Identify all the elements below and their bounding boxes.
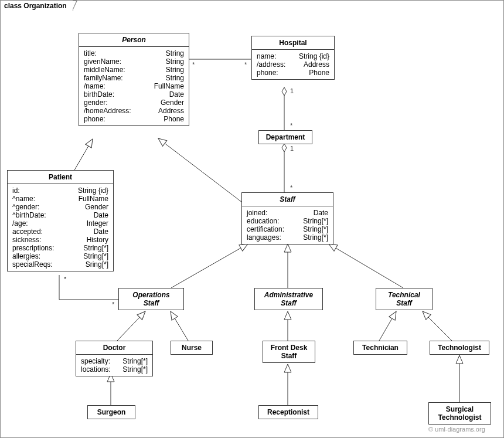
class-hospital-attrs: name:String {id} /address:Address phone:… [252,50,334,79]
class-patient-name: Patient [8,171,113,184]
class-technical-staff-name: Technical Staff [376,288,432,310]
class-nurse: Nurse [171,341,213,355]
class-surgical-technologist: Surgical Technologist [428,402,491,425]
class-operations-staff-name: Operations Staff [119,288,183,310]
class-surgeon: Surgeon [87,405,135,419]
class-staff-attrs: joined:Date education:String[*] certific… [242,206,333,244]
watermark: © uml-diagrams.org [428,426,485,433]
class-person: Person title:String givenName:String mid… [79,33,189,126]
mult-person-side: * [192,61,195,68]
class-receptionist-name: Receptionist [259,406,318,419]
mult-patient-side: * [64,276,67,283]
class-surgical-technologist-name: Surgical Technologist [429,403,491,424]
class-hospital: Hospital name:String {id} /address:Addre… [251,36,335,80]
class-staff: Staff joined:Date education:String[*] ce… [241,192,333,245]
package-tab: class Organization [0,0,73,11]
mult-dept-many: * [290,122,293,129]
mult-staff-many: * [290,184,293,191]
class-technologist: Technologist [430,341,489,355]
package-title: class Organization [4,2,67,10]
svg-line-12 [423,311,452,341]
mult-hospital-side: * [244,61,247,68]
class-hospital-name: Hospital [252,36,334,50]
class-front-desk: Front Desk Staff [263,341,315,363]
svg-line-3 [74,139,93,170]
class-operations-staff: Operations Staff [118,288,184,310]
class-staff-name: Staff [242,193,333,206]
svg-line-8 [117,311,145,341]
mult-hosp-one: 1 [290,87,294,94]
mult-dept-one: 1 [290,145,294,152]
class-person-attrs: title:String givenName:String middleName… [79,47,189,125]
class-person-name: Person [79,33,189,47]
class-patient: Patient id:String {id} ^name:FullName ^g… [7,170,114,271]
class-doctor: Doctor specialty:String[*] locations:Str… [76,341,153,376]
class-administrative-staff-name: Administrative Staff [255,288,322,310]
svg-line-7 [329,244,403,288]
class-administrative-staff: Administrative Staff [254,288,323,310]
svg-line-11 [379,311,396,341]
svg-line-9 [171,311,188,341]
class-department: Department [258,130,312,144]
class-nurse-name: Nurse [171,341,212,354]
class-doctor-attrs: specialty:String[*] locations:String[*] [76,355,152,376]
class-technical-staff: Technical Staff [376,288,433,310]
class-surgeon-name: Surgeon [88,406,135,419]
class-technician: Technician [353,341,407,355]
class-receptionist: Receptionist [258,405,318,419]
package-frame: class Organization * * 1 * 1 * [0,0,504,438]
class-technician-name: Technician [354,341,407,354]
svg-line-4 [158,138,242,202]
mult-opstaff-side: * [112,301,115,308]
class-department-name: Department [259,131,312,144]
class-front-desk-name: Front Desk Staff [263,341,315,362]
class-patient-attrs: id:String {id} ^name:FullName ^gender:Ge… [8,184,113,271]
svg-line-5 [171,244,248,288]
class-technologist-name: Technologist [430,341,489,354]
class-doctor-name: Doctor [76,341,152,355]
